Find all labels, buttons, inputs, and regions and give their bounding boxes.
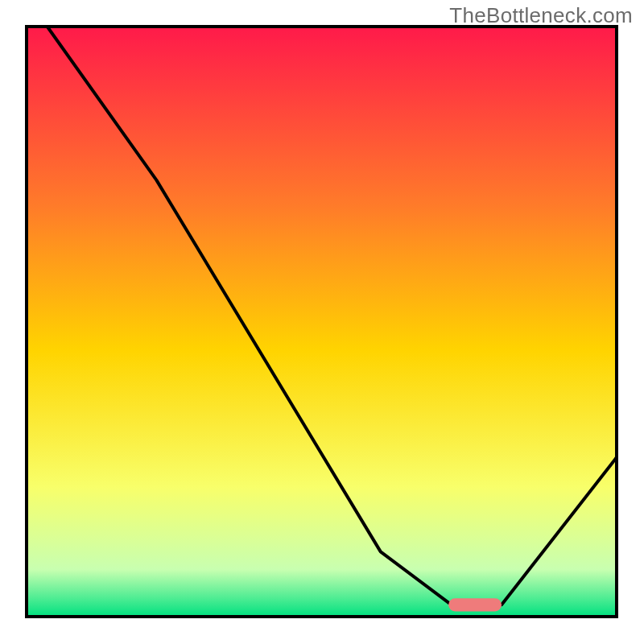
bottleneck-chart <box>0 0 644 644</box>
gradient-background <box>27 27 617 617</box>
optimal-band-marker <box>448 598 502 611</box>
chart-stage: TheBottleneck.com <box>0 0 644 644</box>
watermark-label: TheBottleneck.com <box>449 3 633 28</box>
